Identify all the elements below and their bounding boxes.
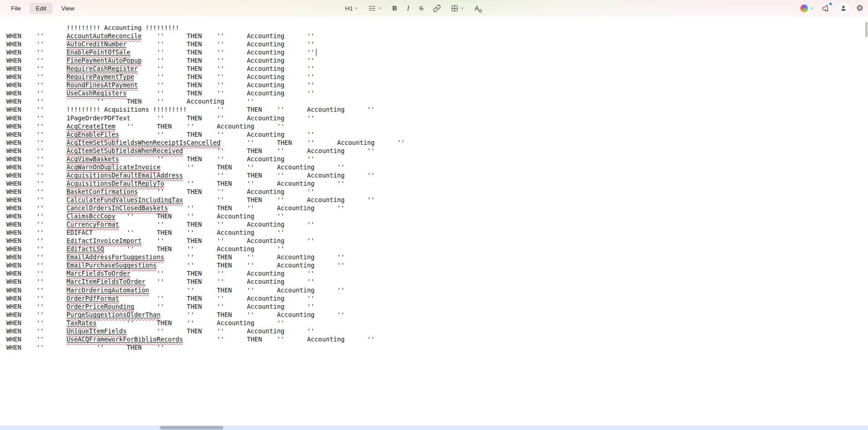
empty-string-token: '' bbox=[36, 303, 44, 310]
code-line[interactable]: WHEN '' '' THEN '' Accounting '' bbox=[6, 97, 868, 105]
code-line[interactable]: WHEN '' MarcFieldsToOrder '' THEN '' Acc… bbox=[6, 269, 868, 277]
code-line[interactable]: WHEN '' EdifactInvoiceImport '' THEN '' … bbox=[6, 237, 868, 245]
feedback-button[interactable] bbox=[821, 4, 831, 13]
clear-formatting-button[interactable]: A bbox=[473, 2, 480, 15]
account-button[interactable] bbox=[838, 2, 849, 14]
chevron-down-icon bbox=[810, 6, 814, 10]
bold-button[interactable]: B bbox=[390, 2, 399, 15]
code-line[interactable]: WHEN '' AcquisitionsDefaultEmailAddress … bbox=[6, 171, 868, 179]
empty-string-token: '' bbox=[36, 163, 44, 171]
empty-string-token: '' bbox=[247, 253, 255, 261]
code-line[interactable]: WHEN '' TaxRates '' THEN '' Accounting '… bbox=[6, 319, 868, 327]
keyword-token: THEN bbox=[217, 163, 232, 171]
empty-string-token: '' bbox=[187, 287, 194, 294]
empty-string-token: '' bbox=[277, 213, 285, 220]
code-line[interactable]: WHEN '' EmailPurchaseSuggestions '' THEN… bbox=[6, 261, 868, 269]
code-line[interactable]: WHEN '' BasketConfirmations '' THEN '' A… bbox=[6, 188, 868, 196]
horizontal-scrollbar[interactable] bbox=[0, 425, 868, 430]
code-line[interactable]: WHEN '' 1PageOrderPDFText '' THEN '' Acc… bbox=[6, 114, 868, 122]
empty-string-token: '' bbox=[217, 49, 225, 56]
keyword-token: THEN bbox=[217, 287, 232, 294]
code-line[interactable]: WHEN '' ClaimsBccCopy '' THEN '' Account… bbox=[6, 212, 868, 220]
code-line[interactable]: WHEN '' CurrencyFormat '' THEN '' Accoun… bbox=[6, 220, 868, 228]
menu-file[interactable]: File bbox=[5, 3, 27, 14]
code-line[interactable]: WHEN '' AcqCreateItem '' THEN '' Account… bbox=[6, 122, 868, 130]
code-line[interactable]: WHEN '' AcqWarnOnDuplicateInvoice '' THE… bbox=[6, 163, 868, 171]
vertical-scrollbar-thumb[interactable] bbox=[865, 22, 868, 37]
keyword-token: WHEN bbox=[6, 303, 21, 310]
code-line[interactable]: WHEN '' EdifactLSQ '' THEN '' Accounting… bbox=[6, 245, 868, 253]
code-line[interactable]: WHEN '' EnablePointOfSale '' THEN '' Acc… bbox=[6, 48, 868, 56]
keyword-token: THEN bbox=[187, 49, 202, 56]
category-token: Accounting bbox=[247, 221, 285, 228]
code-line[interactable]: WHEN '' EmailAddressForSuggestions '' TH… bbox=[6, 253, 868, 261]
code-line[interactable]: WHEN '' RoundFinesAtPayment '' THEN '' A… bbox=[6, 81, 868, 89]
code-line[interactable]: WHEN '' AcqViewBaskets '' THEN '' Accoun… bbox=[6, 155, 868, 163]
code-line[interactable]: WHEN '' MarcOrderingAutomation '' THEN '… bbox=[6, 286, 868, 294]
code-line[interactable]: WHEN '' EDIFACT '' THEN '' Accounting '' bbox=[6, 228, 868, 237]
syspref-name-token: EnablePointOfSale bbox=[66, 49, 130, 56]
table-button[interactable] bbox=[449, 2, 466, 15]
empty-string-token: '' bbox=[157, 327, 164, 335]
code-line[interactable]: WHEN '' AcqItemSetSubfieldsWhenReceiptIs… bbox=[6, 138, 868, 147]
italic-button[interactable]: I bbox=[405, 2, 411, 15]
keyword-token: THEN bbox=[187, 73, 202, 80]
code-line[interactable]: WHEN '' OrderPriceRounding '' THEN '' Ac… bbox=[6, 302, 868, 311]
code-line[interactable]: !!!!!!!!! Accounting !!!!!!!!! bbox=[6, 24, 868, 32]
empty-string-token: '' bbox=[187, 204, 194, 212]
syspref-name-token: FinePaymentAutoPopup bbox=[66, 57, 142, 64]
code-line[interactable]: WHEN '' PurgeSuggestionsOlderThan '' THE… bbox=[6, 311, 868, 319]
copilot-button[interactable] bbox=[800, 5, 814, 12]
empty-string-token: '' bbox=[307, 303, 315, 310]
category-token: Accounting bbox=[247, 155, 285, 163]
empty-string-token: '' bbox=[187, 245, 194, 252]
code-line[interactable]: WHEN '' CalculateFundValuesIncludingTax … bbox=[6, 196, 868, 204]
code-line[interactable]: WHEN '' AutoCreditNumber '' THEN '' Acco… bbox=[6, 40, 868, 48]
code-line[interactable]: WHEN '' OrderPdfFormat '' THEN '' Accoun… bbox=[6, 294, 868, 302]
empty-string-token: '' bbox=[97, 98, 104, 105]
keyword-token: WHEN bbox=[6, 287, 21, 294]
code-line[interactable]: WHEN '' AcquisitionsDefaultReplyTo '' TH… bbox=[6, 179, 868, 188]
empty-string-token: '' bbox=[157, 73, 164, 80]
keyword-token: THEN bbox=[217, 204, 232, 212]
empty-string-token: '' bbox=[187, 180, 194, 187]
horizontal-scrollbar-thumb[interactable] bbox=[160, 426, 223, 430]
empty-string-token: '' bbox=[337, 311, 345, 318]
category-token: Accounting bbox=[247, 114, 285, 122]
empty-string-token: '' bbox=[217, 327, 225, 335]
strikethrough-button[interactable]: S bbox=[417, 2, 425, 15]
code-line[interactable]: WHEN '' UseACQFrameworkForBiblioRecords … bbox=[6, 335, 868, 343]
link-button[interactable] bbox=[431, 2, 443, 15]
code-line[interactable]: WHEN '' AcqEnableFiles '' THEN '' Accoun… bbox=[6, 130, 868, 138]
code-line[interactable]: WHEN '' AccountAutoReconcile '' THEN '' … bbox=[6, 32, 868, 40]
code-line[interactable]: WHEN '' !!!!!!!!! Acquisitions !!!!!!!!!… bbox=[6, 105, 868, 114]
menu-edit[interactable]: Edit bbox=[30, 3, 53, 14]
section-header-token: !!!!!!!!! Acquisitions !!!!!!!!! bbox=[66, 106, 187, 113]
code-line[interactable]: WHEN '' RequirePaymentType '' THEN '' Ac… bbox=[6, 73, 868, 81]
heading-style-label: H1 bbox=[345, 5, 353, 12]
empty-string-token: '' bbox=[157, 81, 164, 89]
heading-style-button[interactable]: H1 bbox=[343, 2, 360, 15]
empty-string-token: '' bbox=[217, 57, 225, 64]
code-line[interactable]: WHEN '' FinePaymentAutoPopup '' THEN '' … bbox=[6, 56, 868, 64]
empty-string-token: '' bbox=[307, 237, 315, 244]
empty-string-token: '' bbox=[307, 139, 315, 146]
code-line[interactable]: WHEN '' RequireCashRegister '' THEN '' A… bbox=[6, 64, 868, 73]
vertical-scrollbar[interactable] bbox=[864, 16, 868, 425]
list-button[interactable] bbox=[367, 2, 384, 15]
menu-view[interactable]: View bbox=[55, 3, 81, 14]
code-line[interactable]: WHEN '' UseCashRegisters '' THEN '' Acco… bbox=[6, 89, 868, 97]
code-line[interactable]: WHEN '' AcqItemSetSubfieldsWhenReceived … bbox=[6, 147, 868, 155]
code-line[interactable]: WHEN '' MarcItemFieldsToOrder '' THEN ''… bbox=[6, 277, 868, 286]
empty-string-token: '' bbox=[36, 49, 44, 56]
code-line[interactable]: WHEN '' '' THEN '' bbox=[6, 343, 868, 351]
keyword-token: WHEN bbox=[6, 131, 21, 138]
code-line[interactable]: WHEN '' CancelOrdersInClosedBaskets '' T… bbox=[6, 204, 868, 212]
keyword-token: THEN bbox=[187, 89, 202, 97]
empty-string-token: '' bbox=[36, 287, 44, 294]
settings-button[interactable]: ⚙ bbox=[856, 4, 863, 12]
empty-string-token: '' bbox=[307, 57, 315, 64]
code-line[interactable]: WHEN '' UniqueItemFields '' THEN '' Acco… bbox=[6, 327, 868, 335]
text-editor-area[interactable]: !!!!!!!!! Accounting !!!!!!!!!WHEN '' Ac… bbox=[0, 16, 868, 425]
keyword-token: WHEN bbox=[6, 172, 21, 179]
